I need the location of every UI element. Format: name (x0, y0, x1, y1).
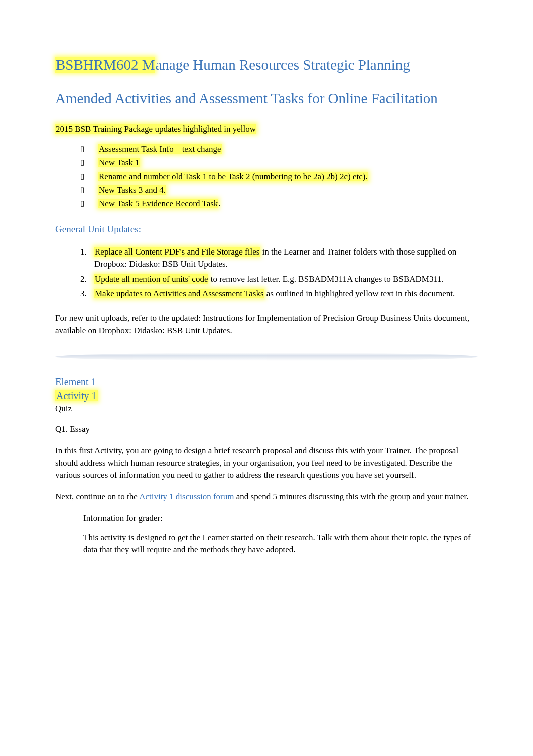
unit-title-rest: anage Human Resources Strategic Planning (155, 57, 410, 73)
list-item: New Task 5 Evidence Record Task. (80, 198, 478, 209)
list-item: Replace all Content PDF's and File Stora… (80, 246, 478, 271)
grader-heading: Information for grader: (83, 513, 478, 524)
unit-code-hl: BSBHRM602 M (55, 57, 155, 73)
activity-heading: Activity 1 (55, 389, 478, 402)
activity-para-2: Next, continue on to the Activity 1 disc… (55, 491, 478, 503)
update-bullet-list: Assessment Task Info – text change New T… (80, 144, 478, 209)
list-item: Assessment Task Info – text change (80, 144, 478, 155)
quiz-label: Quiz (55, 403, 478, 414)
general-updates-heading: General Unit Updates: (55, 223, 478, 236)
intro-highlight-line: 2015 BSB Training Package updates highli… (55, 123, 478, 135)
activity-discussion-link[interactable]: Activity 1 discussion forum (139, 492, 234, 501)
list-item: New Task 1 (80, 157, 478, 168)
general-updates-list: Replace all Content PDF's and File Stora… (80, 246, 478, 301)
subtitle: Amended Activities and Assessment Tasks … (55, 89, 478, 108)
list-item: Rename and number old Task 1 to be Task … (80, 171, 478, 182)
list-item: Make updates to Activities and Assessmen… (80, 288, 478, 300)
post-updates-paragraph: For new unit uploads, refer to the updat… (55, 312, 478, 337)
element-heading: Element 1 (55, 375, 478, 388)
list-item: Update all mention of units' code to rem… (80, 273, 478, 286)
section-divider (55, 353, 478, 361)
list-item: New Tasks 3 and 4. (80, 185, 478, 196)
q1-label: Q1. Essay (55, 423, 478, 436)
grader-body: This activity is designed to get the Lea… (83, 532, 478, 556)
activity-para-1: In this first Activity, you are going to… (55, 445, 478, 482)
unit-title: BSBHRM602 Manage Human Resources Strateg… (55, 55, 478, 75)
intro-highlight-text: 2015 BSB Training Package updates highli… (55, 124, 256, 134)
